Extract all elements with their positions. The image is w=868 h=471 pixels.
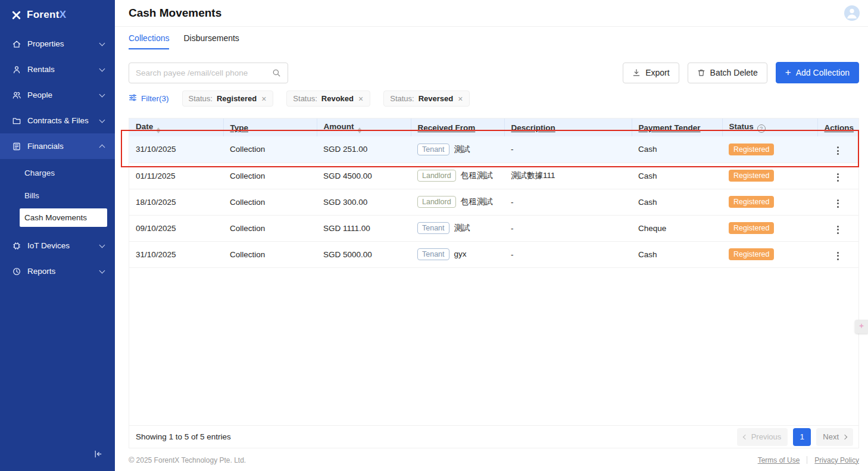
sidebar-item-properties[interactable]: Properties [0,31,115,57]
sidebar-nav: Properties Rentals People Contracts & Fi… [0,31,115,284]
export-button-label: Export [645,68,669,77]
row-actions-kebab-icon[interactable] [833,223,842,236]
sidebar-item-people[interactable]: People [0,82,115,108]
cell-description: - [504,136,632,163]
close-icon[interactable]: × [358,95,364,103]
sidebar-item-reports[interactable]: Reports [0,258,115,284]
cell-payment-tender: Cash [632,163,722,189]
collapse-sidebar-button[interactable] [93,449,103,461]
sidebar-item-contracts-files[interactable]: Contracts & Files [0,108,115,133]
trash-icon [697,68,705,77]
financials-submenu: Charges Bills Cash Movements [0,159,115,233]
row-actions-kebab-icon[interactable] [833,249,842,263]
entries-summary: Showing 1 to 5 of 5 entries [136,432,231,441]
avatar-person-icon [845,7,858,21]
payer-type-tag: Tenant [417,144,449,155]
export-button[interactable]: Export [623,63,679,83]
column-header-payment-tender: Payment Tender [632,118,722,136]
cell-actions [817,215,858,241]
privacy-policy-link[interactable]: Privacy Policy [814,456,859,464]
filter-trigger-label: Filter(3) [141,94,169,103]
column-header-description-label: Description [511,123,555,132]
sidebar-item-charges[interactable]: Charges [0,161,115,184]
sidebar-item-bills[interactable]: Bills [0,184,115,207]
content: Collections Disbursements Export Batch D… [115,27,868,471]
status-badge: Registered [729,144,774,155]
sort-icon[interactable] [157,127,160,133]
sidebar-item-financials[interactable]: Financials [0,133,115,159]
sidebar: ForentX Properties Rentals People Contra… [0,0,115,471]
sort-icon[interactable] [358,127,361,133]
cell-received-from: Tenant測試 [411,136,504,163]
table-row: 01/11/2025 Collection SGD 4500.00 Landlo… [129,163,858,189]
column-header-payment-tender-label: Payment Tender [639,123,701,132]
cell-amount: SGD 300.00 [317,189,411,215]
payer-name: 測試 [454,145,470,154]
table-row: 31/10/2025 Collection SGD 5000.00 Tenant… [129,241,858,267]
next-page-button[interactable]: Next [816,428,853,446]
terms-of-use-link[interactable]: Terms of Use [758,456,800,464]
cell-status: Registered [722,163,817,189]
invoice-icon [12,142,21,151]
payer-name: gyx [454,249,467,258]
filter-chip-reversed: Status: Reversed × [383,91,470,107]
filter-chip-revoked: Status: Revoked × [286,91,370,107]
column-header-received-from-label: Received From [418,123,476,132]
tab-disbursements[interactable]: Disbursements [183,33,239,49]
close-icon[interactable]: × [457,95,463,103]
close-icon[interactable]: × [261,95,267,103]
tab-collections[interactable]: Collections [129,33,169,49]
page-number-button[interactable]: 1 [793,428,811,446]
status-badge: Registered [729,248,774,260]
chevron-down-icon [99,65,105,71]
payer-type-tag: Tenant [417,222,449,234]
sidebar-item-rentals[interactable]: Rentals [0,57,115,82]
user-avatar[interactable] [844,5,860,21]
cell-amount: SGD 1111.00 [317,215,411,241]
column-header-date-label[interactable]: Date [136,122,153,131]
tab-bar: Collections Disbursements [129,33,859,49]
sidebar-item-iot-devices[interactable]: IoT Devices [0,233,115,258]
legal-links: Terms of Use Privacy Policy [758,456,859,464]
chevron-right-icon [842,434,847,439]
cell-status: Registered [722,136,817,163]
filter-trigger[interactable]: Filter(3) [129,93,169,104]
column-header-amount-label[interactable]: Amount [324,122,354,131]
table-row: 18/10/2025 Collection SGD 300.00 Landlor… [129,189,858,215]
search-input[interactable] [136,68,272,77]
column-header-description: Description [504,118,632,136]
folder-icon [12,116,21,126]
add-collection-button[interactable]: + Add Collection [776,62,859,83]
row-actions-kebab-icon[interactable] [833,171,842,184]
column-header-date: Date [129,118,223,136]
add-collection-button-label: Add Collection [796,68,850,77]
filter-chip-registered: Status: Registered × [182,91,274,107]
cell-payment-tender: Cash [632,136,722,163]
assistant-widget[interactable] [855,320,868,333]
cell-actions [817,241,858,267]
sidebar-item-label: IoT Devices [27,241,70,250]
cell-amount: SGD 251.00 [317,136,411,163]
divider [807,456,807,464]
home-icon [12,39,21,49]
batch-delete-button[interactable]: Batch Delete [688,63,767,83]
cell-type: Collection [223,136,317,163]
sidebar-item-label: People [27,91,52,99]
column-header-actions-label: Actions [825,123,854,132]
chevron-down-icon [99,40,105,46]
sidebar-item-cash-movements[interactable]: Cash Movements [20,208,107,227]
table-empty-space [129,268,858,426]
chip-prefix: Status: [189,94,213,103]
copyright: © 2025 ForentX Technology Pte. Ltd. [129,456,246,464]
previous-page-button[interactable]: Previous [737,428,788,446]
pagination: Previous 1 Next [737,428,853,446]
chevron-down-icon [99,267,105,273]
collapse-sidebar-icon [93,449,103,461]
status-badge: Registered [729,196,774,208]
row-actions-kebab-icon[interactable] [833,144,842,157]
row-actions-kebab-icon[interactable] [833,197,842,210]
search-icon[interactable] [272,68,281,77]
cell-description: - [504,241,632,267]
help-icon[interactable]: ? [757,124,766,133]
cell-payment-tender: Cheque [632,215,722,241]
